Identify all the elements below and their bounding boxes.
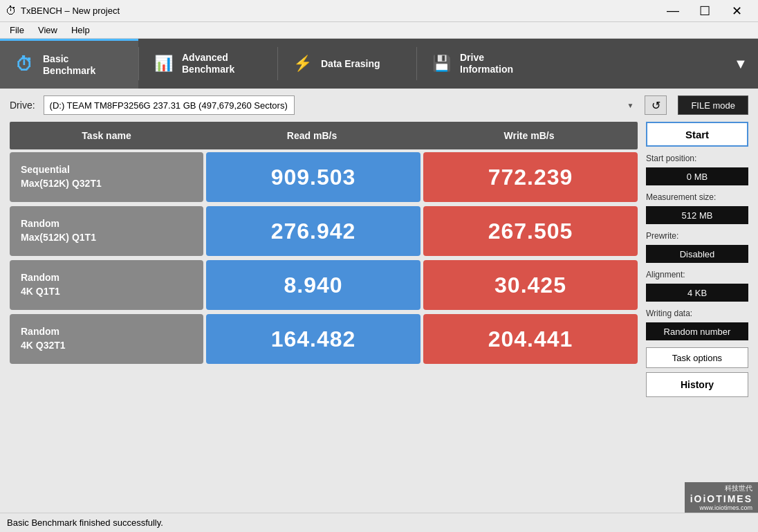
drive-information-icon: 💾 — [432, 55, 454, 73]
basic-benchmark-icon: ⏱ — [15, 54, 37, 75]
toolbar: ⏱ BasicBenchmark 📊 AdvancedBenchmark ⚡ D… — [0, 39, 758, 89]
menu-help[interactable]: Help — [64, 24, 97, 37]
start-button[interactable]: Start — [646, 122, 748, 147]
write-value-2: 267.505 — [423, 206, 638, 256]
tab-basic-benchmark[interactable]: ⏱ BasicBenchmark — [0, 39, 138, 89]
history-button[interactable]: History — [646, 372, 748, 397]
table-header: Task name Read mB/s Write mB/s — [10, 122, 638, 149]
alignment-label: Alignment: — [646, 270, 748, 279]
data-erasing-icon: ⚡ — [293, 55, 315, 73]
menu-view[interactable]: View — [31, 24, 64, 37]
table-row: Random4K Q1T1 8.940 30.425 — [10, 260, 638, 310]
table-row: RandomMax(512K) Q1T1 276.942 267.505 — [10, 206, 638, 256]
header-task-name: Task name — [10, 127, 203, 144]
close-button[interactable]: ✕ — [721, 0, 752, 22]
tab-drive-information[interactable]: 💾 DriveInformation — [417, 39, 555, 89]
write-value-3: 30.425 — [423, 260, 638, 310]
title-bar-text: TxBENCH – New project — [21, 6, 657, 16]
advanced-benchmark-icon: 📊 — [154, 55, 176, 73]
writing-data-value: Random number — [646, 322, 748, 340]
task-name-4: Random4K Q32T1 — [10, 314, 203, 364]
drive-label: Drive: — [10, 100, 35, 111]
start-position-label: Start position: — [646, 154, 748, 163]
data-erasing-label: Data Erasing — [321, 58, 380, 70]
drive-select[interactable]: (D:) TEAM TM8FP3256G 237.31 GB (497,679,… — [44, 95, 295, 115]
tab-data-erasing[interactable]: ⚡ Data Erasing — [278, 39, 416, 89]
refresh-icon: ↺ — [651, 99, 660, 112]
read-value-4: 164.482 — [206, 314, 420, 364]
read-value-3: 8.940 — [206, 260, 420, 310]
drive-row: Drive: (D:) TEAM TM8FP3256G 237.31 GB (4… — [10, 95, 748, 115]
maximize-button[interactable]: ☐ — [689, 0, 721, 22]
advanced-benchmark-label: AdvancedBenchmark — [182, 52, 234, 75]
menu-bar: File View Help — [0, 22, 758, 39]
read-value-2: 276.942 — [206, 206, 420, 256]
write-value-4: 204.441 — [423, 314, 638, 364]
start-position-value: 0 MB — [646, 167, 748, 185]
task-options-button[interactable]: Task options — [646, 347, 748, 368]
writing-data-label: Writing data: — [646, 309, 748, 318]
prewrite-value: Disabled — [646, 245, 748, 263]
task-name-2: RandomMax(512K) Q1T1 — [10, 206, 203, 256]
right-panel: Start Start position: 0 MB Measurement s… — [646, 122, 748, 397]
app-icon: ⏱ — [6, 5, 17, 17]
main-layout: Task name Read mB/s Write mB/s Sequentia… — [10, 122, 748, 397]
write-value-1: 772.239 — [423, 152, 638, 202]
minimize-button[interactable]: — — [657, 0, 689, 22]
toolbar-dropdown-btn[interactable]: ▼ — [723, 39, 758, 89]
drive-select-wrapper: (D:) TEAM TM8FP3256G 237.31 GB (497,679,… — [44, 95, 640, 115]
watermark-line1: 科技世代 — [725, 484, 752, 493]
prewrite-label: Prewrite: — [646, 231, 748, 241]
file-mode-button[interactable]: FILE mode — [678, 95, 748, 115]
watermark-line2: iOiOTIMES — [690, 493, 752, 504]
status-text: Basic Benchmark finished successfully. — [7, 517, 163, 528]
table-row: Random4K Q32T1 164.482 204.441 — [10, 314, 638, 364]
benchmark-table: Task name Read mB/s Write mB/s Sequentia… — [10, 122, 638, 397]
title-bar-controls: — ☐ ✕ — [657, 0, 752, 22]
drive-information-label: DriveInformation — [460, 52, 513, 75]
basic-benchmark-label: BasicBenchmark — [43, 53, 95, 77]
task-name-3: Random4K Q1T1 — [10, 260, 203, 310]
table-row: SequentialMax(512K) Q32T1 909.503 772.23… — [10, 152, 638, 202]
content-area: Drive: (D:) TEAM TM8FP3256G 237.31 GB (4… — [0, 89, 758, 532]
measurement-size-value: 512 MB — [646, 206, 748, 224]
read-value-1: 909.503 — [206, 152, 420, 202]
drive-refresh-button[interactable]: ↺ — [645, 95, 667, 115]
measurement-size-label: Measurement size: — [646, 192, 748, 202]
menu-file[interactable]: File — [3, 24, 31, 37]
title-bar: ⏱ TxBENCH – New project — ☐ ✕ — [0, 0, 758, 22]
watermark-line3: www.ioiotimes.com — [699, 504, 752, 511]
status-bar: Basic Benchmark finished successfully. — [0, 513, 758, 532]
header-read: Read mB/s — [203, 127, 420, 144]
alignment-value: 4 KB — [646, 284, 748, 302]
watermark: 科技世代 iOiOTIMES www.ioiotimes.com — [685, 482, 758, 513]
tab-advanced-benchmark[interactable]: 📊 AdvancedBenchmark — [139, 39, 277, 89]
header-write: Write mB/s — [420, 127, 638, 144]
task-name-1: SequentialMax(512K) Q32T1 — [10, 152, 203, 202]
